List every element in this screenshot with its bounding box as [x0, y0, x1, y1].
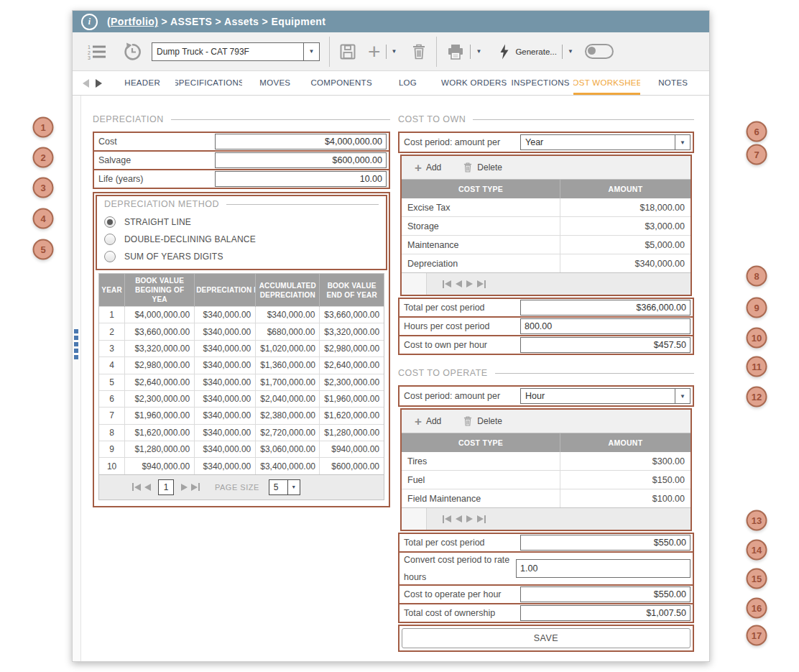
tab-inspections[interactable]: INSPECTIONS — [507, 71, 573, 95]
own-grid-row[interactable]: Excise Tax$18,000.00 — [402, 198, 691, 216]
own-grid-row[interactable]: Depreciation$340,000.00 — [402, 254, 691, 272]
operate-add-button[interactable]: +Add — [415, 415, 441, 428]
tab-specifications[interactable]: SPECIFICATIONS — [175, 71, 241, 95]
operate-period-dropdown-button[interactable]: ▼ — [675, 389, 690, 403]
tab-components[interactable]: COMPONENTS — [308, 71, 374, 95]
field-input-cost[interactable]: $4,000,000.00 — [215, 134, 387, 149]
info-icon[interactable]: i — [81, 14, 98, 30]
collapsed-panel-strip[interactable] — [73, 96, 81, 661]
numbered-list-icon[interactable]: 1 2 3 — [87, 43, 107, 60]
pager-last-button[interactable] — [191, 483, 200, 491]
lightning-icon[interactable] — [499, 44, 510, 60]
radio-option-double-declining-balance[interactable]: DOUBLE-DECLINING BALANCE — [104, 231, 379, 248]
field-label: Cost to operate per hour — [400, 589, 520, 599]
operate-input-total-per-cost-period[interactable]: $550.00 — [520, 535, 691, 551]
tab-scroll-right-icon[interactable] — [96, 79, 102, 88]
own-input-hours-per-cost-period[interactable]: 800.00 — [520, 318, 691, 334]
current-page[interactable]: 1 — [158, 479, 174, 495]
own-add-button[interactable]: +Add — [415, 162, 441, 174]
operate-grid-row[interactable]: Fuel$150.00 — [402, 470, 691, 489]
trash-icon[interactable] — [411, 43, 427, 60]
page-size-dropdown-button[interactable]: ▼ — [287, 480, 300, 494]
table-cell: $1,960,000.00 — [320, 390, 384, 407]
pager-first-button[interactable] — [132, 483, 141, 491]
operate-pager-last-button[interactable] — [477, 515, 486, 523]
generate-button[interactable]: Generate... — [515, 47, 557, 56]
operate-grid-row[interactable]: Tires$300.00 — [402, 452, 691, 470]
operate-row-convert-cost-period-to-rate-hours: Convert cost period to rate hours1.00 — [398, 551, 694, 586]
operate-delete-button[interactable]: Delete — [463, 415, 502, 427]
operate-pager-next-button[interactable] — [466, 515, 473, 523]
operate-input-convert-cost-period-to-rate-hours[interactable]: 1.00 — [516, 559, 691, 578]
own-pager-prev-button[interactable] — [456, 280, 462, 287]
tab-work-orders[interactable]: WORK ORDERS — [441, 71, 507, 95]
breadcrumb-portfolio-link[interactable]: (Portfolio) — [107, 16, 158, 27]
radio-option-straight-line[interactable]: STRAIGHT LINE — [104, 213, 379, 231]
depreciation-method-group: DEPRECIATION METHOD STRAIGHT LINEDOUBLE-… — [93, 192, 390, 507]
add-icon[interactable]: + — [368, 44, 381, 60]
table-cell: 1 — [99, 307, 125, 323]
own-input-total-per-cost-period[interactable]: $366,000.00 — [520, 300, 691, 316]
table-row[interactable]: 2$3,660,000.00$340,000.00$680,000.00$3,3… — [99, 323, 384, 340]
operate-pager-prev-button[interactable] — [456, 515, 462, 523]
table-row[interactable]: 9$1,280,000.00$340,000.00$3,060,000.00$9… — [99, 441, 384, 458]
pager-prev-button[interactable] — [144, 484, 151, 491]
own-input-cost-to-own-per-hour[interactable]: $457.50 — [520, 337, 691, 353]
field-input-salvage[interactable]: $600,000.00 — [215, 152, 387, 168]
table-cell: $1,280,000.00 — [320, 424, 384, 441]
print-dropdown-icon[interactable]: ▼ — [476, 48, 481, 55]
radio-button-icon[interactable] — [104, 216, 116, 228]
table-cell: 7 — [99, 408, 125, 424]
annotation-marker-6: 6 — [747, 121, 767, 142]
own-delete-button[interactable]: Delete — [463, 162, 502, 173]
section-title: COST TO OWN — [398, 114, 466, 124]
own-pager-first-button[interactable] — [443, 280, 451, 288]
operate-cost-period-select[interactable]: Hour ▼ — [520, 388, 691, 404]
field-label: Total cost of ownership — [400, 608, 520, 618]
tab-header[interactable]: HEADER — [109, 71, 175, 95]
operate-grid-row[interactable]: Field Maintenance$100.00 — [402, 489, 691, 507]
table-row[interactable]: 5$2,640,000.00$340,000.00$1,700,000.00$2… — [99, 374, 384, 390]
operate-input-cost-to-operate-per-hour[interactable]: $550.00 — [520, 586, 691, 602]
table-row[interactable]: 8$1,620,000.00$340,000.00$2,720,000.00$1… — [99, 424, 384, 441]
own-grid-row[interactable]: Storage$3,000.00 — [402, 216, 691, 235]
tab-log[interactable]: LOG — [374, 71, 440, 95]
own-cost-period-select[interactable]: Year ▼ — [520, 134, 691, 150]
field-input-life-years[interactable]: 10.00 — [215, 171, 387, 187]
radio-button-icon[interactable] — [104, 234, 116, 245]
save-button[interactable]: SAVE — [402, 628, 691, 648]
generate-dropdown-icon[interactable]: ▼ — [568, 48, 573, 55]
table-row[interactable]: 3$3,320,000.00$340,000.00$1,020,000.00$2… — [99, 340, 384, 356]
tab-notes[interactable]: NOTES — [640, 71, 706, 95]
table-row[interactable]: 4$2,980,000.00$340,000.00$1,360,000.00$2… — [99, 357, 384, 374]
asset-selector[interactable]: Dump Truck - CAT 793F ▼ — [152, 42, 320, 61]
table-row[interactable]: 1$4,000,000.00$340,000.00$340,000.00$3,6… — [99, 307, 384, 323]
print-icon[interactable] — [446, 43, 465, 60]
operate-pager-first-button[interactable] — [443, 515, 451, 523]
radio-button-icon[interactable] — [104, 251, 116, 262]
own-grid-header: COST TYPEAMOUNT — [402, 180, 691, 198]
add-dropdown-icon[interactable]: ▼ — [392, 48, 397, 55]
operate-input-total-cost-of-ownership[interactable]: $1,007.50 — [520, 605, 691, 621]
amount-cell: $3,000.00 — [560, 217, 691, 235]
own-pager-last-button[interactable] — [477, 280, 486, 288]
operate-column-header: AMOUNT — [560, 433, 691, 452]
history-icon[interactable] — [123, 42, 142, 61]
tab-moves[interactable]: MOVES — [242, 71, 308, 95]
table-row[interactable]: 7$1,960,000.00$340,000.00$2,380,000.00$1… — [99, 408, 384, 424]
asset-selector-dropdown-button[interactable]: ▼ — [303, 43, 319, 60]
own-grid-row[interactable]: Maintenance$5,000.00 — [402, 235, 691, 254]
own-row-cost-to-own-per-hour: Cost to own per hour$457.50 — [398, 335, 694, 355]
table-row[interactable]: 6$2,300,000.00$340,000.00$2,040,000.00$1… — [99, 390, 384, 407]
table-row[interactable]: 10$940,000.00$340,000.00$3,400,000.00$60… — [99, 458, 384, 474]
radio-option-sum-of-years-digits[interactable]: SUM OF YEARS DIGITS — [104, 248, 379, 265]
tab-scroll-left-icon[interactable] — [83, 79, 89, 88]
table-cell: $340,000.00 — [195, 441, 256, 458]
own-pager-next-button[interactable] — [466, 280, 473, 287]
tab-cost-worksheet[interactable]: COST WORKSHEET — [573, 71, 639, 95]
toggle-switch[interactable] — [585, 44, 614, 59]
pager-next-button[interactable] — [181, 484, 188, 491]
save-icon[interactable] — [339, 43, 356, 60]
own-period-dropdown-button[interactable]: ▼ — [675, 135, 690, 149]
page-size-select[interactable]: 5▼ — [269, 479, 300, 495]
